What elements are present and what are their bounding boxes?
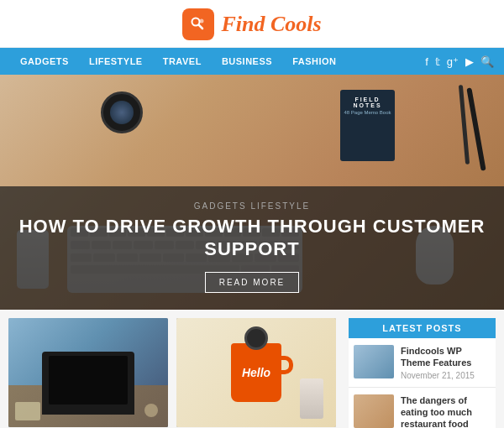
main-nav: GADGETS LIFESTYLE TRAVEL BUSINESS FASHIO… (0, 48, 504, 75)
posts-grid: Hello (8, 318, 340, 428)
logo-icon (182, 8, 214, 40)
sidebar-post-1-date: November 21, 2015 (401, 371, 491, 380)
sidebar-post-2[interactable]: The dangers of eating too much restauran… (349, 388, 496, 428)
posts-row: Hello (8, 318, 340, 427)
nav-item-gadgets[interactable]: GADGETS (10, 48, 79, 75)
laptop-background (8, 318, 168, 427)
hero-overlay: GADGETS LIFESTYLE HOW TO DRIVE GROWTH TH… (0, 186, 504, 310)
sidebar: LATEST POSTS Findcools WP Theme Features… (349, 318, 496, 428)
content-area: Hello LATEST POSTS Findcools WP Theme Fe… (0, 310, 504, 428)
sidebar-thumb-1 (354, 345, 394, 378)
youtube-icon[interactable]: ▶ (465, 55, 474, 68)
notebook-decoration: FIELD NOTES 48 Page Memo Book (340, 90, 395, 161)
hero-title: HOW TO DRIVE GROWTH THROUGH CUSTOMER SUP… (17, 216, 487, 260)
search-icon[interactable]: 🔍 (480, 55, 494, 68)
coffee-background: Hello (176, 318, 336, 427)
read-more-button[interactable]: READ MORE (205, 272, 300, 293)
post-thumb-coffee[interactable]: Hello (176, 318, 336, 427)
sidebar-header: LATEST POSTS (349, 318, 496, 338)
sidebar-post-1-text: Findcools WP Theme Features November 21,… (401, 345, 491, 380)
nav-item-business[interactable]: BUSINESS (212, 48, 282, 75)
pen-decoration-1 (466, 87, 486, 171)
site-name: Find Cools (221, 12, 321, 37)
nav-social: f 𝕥 g⁺ ▶ 🔍 (425, 55, 494, 68)
phone-by-mug (300, 378, 323, 419)
nav-item-travel[interactable]: TRAVEL (153, 48, 212, 75)
svg-line-1 (199, 25, 203, 29)
hero-section: FIELD NOTES 48 Page Memo Book GADGETS LI… (0, 75, 504, 310)
sidebar-post-2-title: The dangers of eating too much restauran… (401, 394, 491, 428)
sidebar-post-1-title: Findcools WP Theme Features (401, 345, 491, 369)
nav-item-lifestyle[interactable]: LIFESTYLE (79, 48, 153, 75)
sidebar-thumb-2 (354, 394, 394, 428)
twitter-icon[interactable]: 𝕥 (435, 55, 440, 68)
post-thumb-laptop[interactable] (8, 318, 168, 427)
nav-links: GADGETS LIFESTYLE TRAVEL BUSINESS FASHIO… (10, 48, 425, 75)
googleplus-icon[interactable]: g⁺ (447, 55, 459, 68)
sidebar-post-2-text: The dangers of eating too much restauran… (401, 394, 491, 428)
nav-item-fashion[interactable]: FASHION (282, 48, 346, 75)
site-header: Find Cools (0, 0, 504, 48)
laptop-decoration (42, 352, 134, 415)
facebook-icon[interactable]: f (425, 55, 428, 68)
hero-category: GADGETS LIFESTYLE (17, 201, 487, 211)
mug-decoration: Hello (231, 343, 281, 402)
svg-point-2 (200, 19, 204, 23)
sidebar-post-1[interactable]: Findcools WP Theme Features November 21,… (349, 338, 496, 388)
camera-decoration (101, 91, 143, 133)
